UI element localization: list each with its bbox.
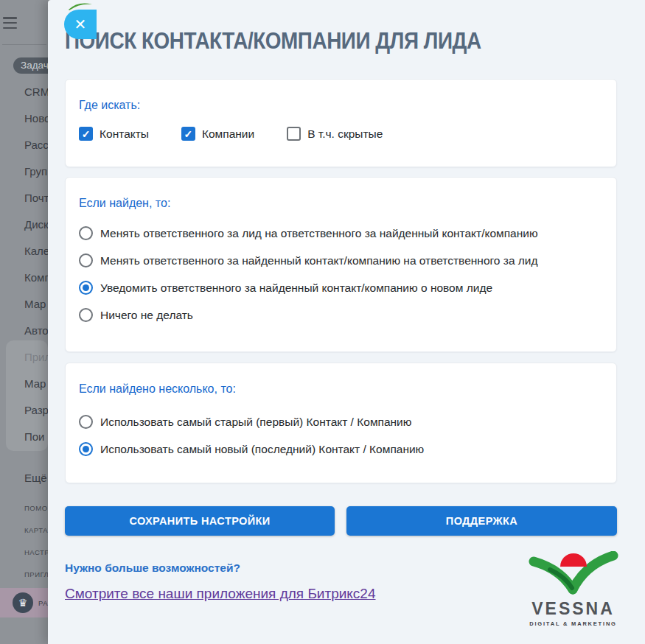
sidebar-footer-help[interactable]: ПОМО	[24, 504, 48, 512]
support-button[interactable]: ПОДДЕРЖКА	[346, 506, 617, 536]
page-title: ПОИСК КОНТАКТА/КОМПАНИИ ДЛЯ ЛИДА	[65, 28, 481, 55]
sidebar-item-automation[interactable]: Авто	[24, 324, 48, 337]
checkbox-contacts[interactable]: ✓ Контакты	[79, 127, 149, 141]
radio-selected-icon[interactable]	[79, 281, 93, 295]
section-if-several-found: Если найдено несколько, то: Использовать…	[65, 363, 617, 483]
section-label: Если найдено несколько, то:	[79, 382, 603, 396]
sidebar-item-search-app[interactable]: Пои	[24, 430, 45, 443]
save-settings-button[interactable]: СОХРАНИТЬ НАСТРОЙКИ	[65, 506, 335, 536]
radio-icon[interactable]	[79, 308, 93, 322]
checkbox-label: Контакты	[100, 127, 149, 141]
checkbox-unchecked-icon[interactable]	[287, 127, 301, 141]
radio-change-lead-responsible[interactable]: Менять ответственного за лид на ответств…	[79, 226, 603, 240]
sidebar-item-drive[interactable]: Диск	[24, 218, 48, 231]
checkbox-checked-icon[interactable]: ✓	[181, 127, 195, 141]
radio-use-oldest[interactable]: Использовать самый старый (первый) Конта…	[79, 415, 603, 429]
radio-label: Использовать самый старый (первый) Конта…	[100, 416, 411, 429]
upgrade-plan-label: РА	[38, 599, 48, 607]
sidebar-item-calendar[interactable]: Кале	[24, 245, 48, 257]
sidebar-footer-sitemap[interactable]: КАРТА	[24, 526, 48, 534]
app-slider-panel: ✕ ПОИСК КОНТАКТА/КОМПАНИИ ДЛЯ ЛИДА Где и…	[48, 0, 645, 644]
radio-icon[interactable]	[79, 415, 93, 429]
vessna-logo-icon	[528, 551, 619, 595]
sidebar-item-company[interactable]: Комп	[24, 271, 48, 284]
sidebar-item-developers[interactable]: Разр	[24, 404, 48, 416]
radio-label: Использовать самый новый (последний) Кон…	[100, 443, 424, 456]
sidebar-footer-invite[interactable]: ПРИГЛ	[24, 570, 48, 578]
vessna-logo: VESSNA DIGITAL & MARKETING	[523, 551, 623, 627]
section-label: Где искать:	[79, 99, 603, 112]
checkbox-checked-icon[interactable]: ✓	[79, 127, 93, 141]
sidebar-item-mail[interactable]: Почт	[24, 192, 48, 204]
sidebar-footer-settings[interactable]: НАСТР	[24, 548, 48, 556]
logo-tagline: DIGITAL & MARKETING	[523, 620, 623, 627]
radio-label: Менять ответственного за лид на ответств…	[100, 227, 538, 240]
all-apps-link[interactable]: Смотрите все наши приложения для Битрикс…	[65, 586, 376, 602]
radio-label: Менять ответственного за найденный конта…	[100, 254, 538, 267]
radio-label: Уведомить ответственного за найденный ко…	[100, 281, 492, 295]
logo-name: VESSNA	[523, 599, 623, 619]
sidebar-item-groups[interactable]: Груп	[24, 165, 47, 178]
sidebar-item-crm[interactable]: CRM	[24, 85, 48, 98]
checkbox-companies[interactable]: ✓ Компании	[181, 127, 254, 141]
radio-icon[interactable]	[79, 253, 93, 267]
checkbox-including-hidden[interactable]: В т.ч. скрытые	[287, 127, 383, 141]
sidebar-item-mailings[interactable]: Расс	[24, 139, 48, 151]
sidebar-divider	[2, 44, 46, 45]
close-icon[interactable]: ✕	[64, 10, 97, 39]
sidebar-item-news[interactable]: Ново	[24, 112, 48, 125]
radio-do-nothing[interactable]: Ничего не делать	[79, 308, 603, 322]
radio-use-newest[interactable]: Использовать самый новый (последний) Кон…	[79, 442, 603, 456]
sidebar-item-tasks[interactable]: Задач	[13, 57, 48, 74]
sidebar-item-market[interactable]: Мар	[24, 298, 46, 310]
sidebar-item-market2[interactable]: Мар	[24, 377, 46, 390]
sidebar-item-apps[interactable]: Прил	[24, 351, 48, 363]
radio-icon[interactable]	[79, 226, 93, 240]
sidebar: Задач CRM Ново Расс Груп Почт Диск Кале …	[0, 0, 48, 644]
radio-change-contact-responsible[interactable]: Менять ответственного за найденный конта…	[79, 253, 603, 267]
need-more-text: Нужно больше возможностей?	[65, 561, 240, 575]
radio-label: Ничего не делать	[100, 309, 193, 322]
radio-notify-responsible[interactable]: Уведомить ответственного за найденный ко…	[79, 281, 603, 295]
radio-selected-icon[interactable]	[79, 442, 93, 456]
section-where-to-search: Где искать: ✓ Контакты ✓ Компании В т.ч.…	[65, 79, 617, 167]
section-label: Если найден, то:	[79, 197, 603, 210]
sidebar-item-more[interactable]: Ещё	[24, 472, 47, 484]
hamburger-menu-icon[interactable]	[3, 17, 17, 30]
crown-icon[interactable]: ♛	[13, 592, 33, 613]
section-if-found: Если найден, то: Менять ответственного з…	[65, 177, 617, 352]
checkbox-label: Компании	[202, 127, 254, 141]
checkbox-label: В т.ч. скрытые	[307, 127, 383, 141]
